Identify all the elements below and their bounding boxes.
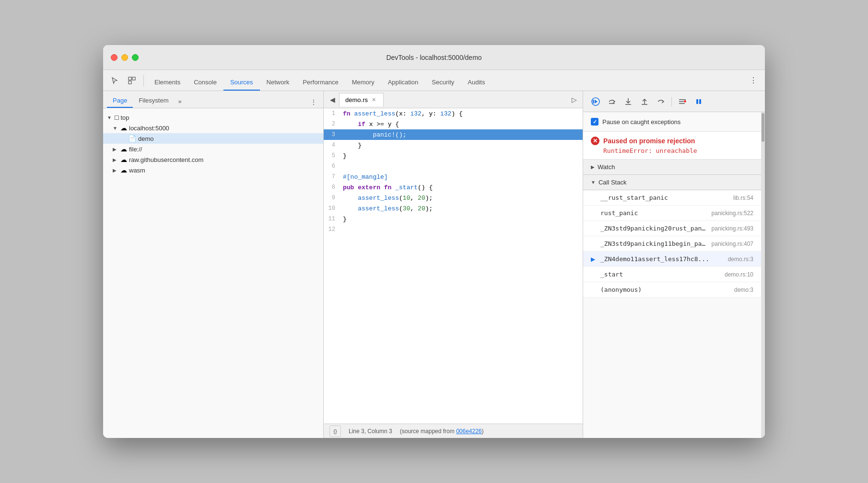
debugger-toolbar — [583, 91, 765, 112]
breakpoints-icon[interactable] — [676, 95, 689, 108]
minimize-button[interactable] — [121, 54, 128, 61]
tree-label-file: file:// — [129, 146, 142, 153]
error-title: Paused on promise rejection — [603, 137, 695, 145]
code-tab-close-icon[interactable]: ✕ — [371, 96, 377, 103]
inspect-icon[interactable] — [124, 73, 140, 88]
tab-audits[interactable]: Audits — [461, 75, 492, 91]
pause-button[interactable] — [692, 95, 705, 108]
error-banner: ✕ Paused on promise rejection RuntimeErr… — [583, 132, 761, 160]
right-panel-scroll-wrapper: Pause on caught exceptions ✕ Paused on p… — [583, 112, 765, 438]
call-stack-label: Call Stack — [598, 179, 627, 186]
add-folder-icon[interactable]: ⋮ — [308, 96, 319, 108]
tree-arrow-top: ▼ — [107, 115, 113, 120]
main-tabs-bar: Elements Console Sources Network Perform… — [148, 70, 744, 91]
code-tab-run-icon[interactable]: ▷ — [567, 93, 581, 106]
more-tabs-icon[interactable]: ⋮ — [746, 73, 761, 88]
stack-fn-0: __rust_start_panic — [600, 194, 729, 201]
tab-performance[interactable]: Performance — [296, 75, 345, 91]
resume-button[interactable] — [589, 95, 602, 108]
stack-loc-4: demo.rs:3 — [728, 256, 753, 263]
pause-exceptions: Pause on caught exceptions — [583, 112, 761, 132]
left-panel: Page Filesystem » ⋮ ▼ □ top ▼ ☁ local — [103, 91, 324, 438]
stack-item-3[interactable]: _ZN3std9panicking11begin_pa... panicking… — [583, 236, 761, 252]
cursor-icon[interactable] — [107, 73, 122, 88]
watch-section-header[interactable]: ▶ Watch — [583, 160, 761, 175]
main-area: Page Filesystem » ⋮ ▼ □ top ▼ ☁ local — [103, 91, 765, 438]
stack-item-0[interactable]: __rust_start_panic lib.rs:54 — [583, 190, 761, 206]
step-out-button[interactable] — [638, 95, 651, 108]
step-over-button[interactable] — [605, 95, 619, 108]
code-line-11: 11 } — [324, 214, 583, 224]
watch-label: Watch — [598, 163, 615, 171]
code-line-12: 12 — [324, 224, 583, 235]
code-line-3: 3 panic!(); — [324, 129, 583, 140]
svg-rect-1 — [132, 77, 135, 80]
close-button[interactable] — [111, 54, 117, 61]
tree-item-file[interactable]: ▶ ☁ file:// — [103, 144, 323, 154]
stack-fn-1: rust_panic — [600, 209, 708, 217]
code-line-6: 6 — [324, 161, 583, 172]
right-panel: Pause on caught exceptions ✕ Paused on p… — [583, 91, 765, 438]
tree-arrow-wasm: ▶ — [113, 168, 118, 173]
stack-item-1[interactable]: rust_panic panicking.rs:522 — [583, 206, 761, 221]
stack-item-6[interactable]: (anonymous) demo:3 — [583, 282, 761, 298]
tab-page[interactable]: Page — [107, 94, 133, 108]
stack-fn-3: _ZN3std9panicking11begin_pa... — [600, 240, 708, 247]
tab-sources[interactable]: Sources — [223, 75, 260, 91]
format-button[interactable]: {} — [329, 426, 341, 437]
code-line-2: 2 if x >= y { — [324, 119, 583, 129]
stack-item-5[interactable]: _start demo.rs:10 — [583, 267, 761, 282]
tree-item-top[interactable]: ▼ □ top — [103, 112, 323, 123]
source-map-link[interactable]: 006e4226 — [456, 428, 481, 435]
window-title: DevTools - localhost:5000/demo — [386, 54, 481, 61]
traffic-lights — [111, 54, 139, 61]
stack-item-2[interactable]: _ZN3std9panicking20rust_pani... panickin… — [583, 221, 761, 236]
source-map-info: (source mapped from 006e4226) — [400, 428, 484, 435]
watch-arrow-icon: ▶ — [591, 164, 595, 170]
devtools-window: DevTools - localhost:5000/demo Elements … — [103, 45, 765, 438]
tree-item-localhost[interactable]: ▼ ☁ localhost:5000 — [103, 123, 323, 133]
code-tab-bar: ◀ demo.rs ✕ ▷ — [324, 91, 583, 108]
call-stack-section-header[interactable]: ▼ Call Stack — [583, 175, 761, 190]
code-line-10: 10 assert_less(30, 20); — [324, 203, 583, 214]
left-panel-actions: ⋮ — [308, 96, 319, 108]
file-icon-demo: 📄 — [128, 135, 136, 142]
step-button[interactable] — [654, 95, 668, 108]
stack-loc-3: panicking.rs:407 — [712, 241, 753, 247]
tree-label-localhost: localhost:5000 — [129, 125, 169, 132]
code-area[interactable]: 1 fn assert_less(x: i32, y: i32) { 2 if … — [324, 108, 583, 424]
stack-loc-6: demo:3 — [734, 287, 753, 293]
tab-filesystem[interactable]: Filesystem — [133, 94, 174, 108]
tree-arrow-file: ▶ — [113, 147, 118, 152]
stack-loc-5: demo.rs:10 — [725, 271, 753, 278]
tab-console[interactable]: Console — [187, 75, 223, 91]
pause-exceptions-checkbox[interactable] — [591, 118, 598, 126]
tab-elements[interactable]: Elements — [148, 75, 187, 91]
folder-icon: □ — [115, 114, 118, 121]
code-lines: 1 fn assert_less(x: i32, y: i32) { 2 if … — [324, 108, 583, 424]
toolbar-separator — [143, 75, 144, 86]
stack-item-4[interactable]: ▶ _ZN4demo11assert_less17hc8... demo.rs:… — [583, 252, 761, 267]
right-scrollbar-thumb[interactable] — [762, 113, 764, 142]
more-tabs-button[interactable]: » — [175, 95, 186, 108]
maximize-button[interactable] — [132, 54, 139, 61]
tree-item-wasm[interactable]: ▶ ☁ wasm — [103, 165, 323, 175]
tree-item-demo[interactable]: ▶ 📄 demo — [103, 133, 323, 144]
tab-memory[interactable]: Memory — [345, 75, 381, 91]
error-icon: ✕ — [591, 137, 599, 145]
main-toolbar: Elements Console Sources Network Perform… — [103, 70, 765, 91]
right-scrollbar[interactable] — [761, 112, 765, 438]
tree-item-raw[interactable]: ▶ ☁ raw.githubusercontent.com — [103, 154, 323, 165]
call-stack-list: __rust_start_panic lib.rs:54 rust_panic … — [583, 190, 761, 298]
svg-rect-0 — [129, 77, 131, 80]
code-tab-demo[interactable]: demo.rs ✕ — [339, 93, 384, 106]
code-line-9: 9 assert_less(10, 20); — [324, 193, 583, 203]
tree-arrow-localhost: ▼ — [113, 126, 118, 131]
tab-security[interactable]: Security — [425, 75, 461, 91]
back-nav-icon[interactable]: ◀ — [326, 93, 339, 106]
step-into-button[interactable] — [622, 95, 635, 108]
tab-network[interactable]: Network — [260, 75, 296, 91]
tree-label-top: top — [120, 114, 129, 121]
stack-fn-5: _start — [600, 271, 721, 278]
tab-application[interactable]: Application — [381, 75, 425, 91]
